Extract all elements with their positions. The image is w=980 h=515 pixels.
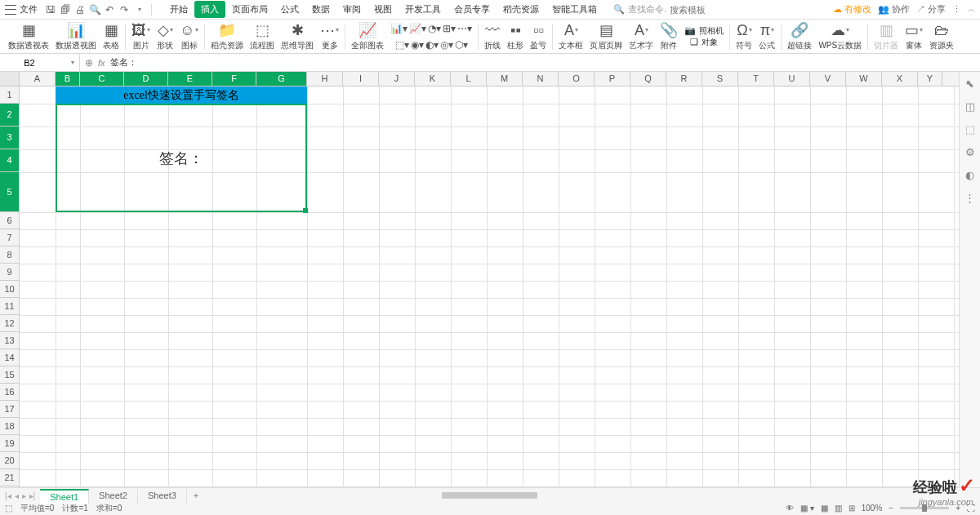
- form-button[interactable]: ▭▾窗体: [902, 21, 926, 51]
- col-E[interactable]: E: [168, 72, 212, 86]
- undo-icon[interactable]: ↶: [103, 3, 116, 16]
- sheet-tab-3[interactable]: Sheet3: [138, 489, 187, 504]
- sheet-add-button[interactable]: +: [187, 489, 205, 504]
- picture-button[interactable]: 🖼▾图片: [128, 21, 154, 51]
- search-box[interactable]: 🔍 查找命令.: [613, 3, 735, 16]
- name-box-dropdown-icon[interactable]: ▾: [71, 59, 74, 66]
- col-D[interactable]: D: [124, 72, 168, 86]
- row-7[interactable]: 7: [0, 229, 19, 246]
- side-more-icon[interactable]: ⋮: [964, 191, 977, 204]
- cells-area[interactable]: excel快速设置手写签名 签名：: [20, 87, 959, 494]
- col-G[interactable]: G: [256, 72, 307, 86]
- textbox-button[interactable]: A▾文本框: [555, 21, 586, 51]
- chart-types-group[interactable]: 📊▾📈▾◔▾⊞▾⋯▾ ⬚▾◉▾◐▾◎▾⬡▾: [387, 21, 475, 51]
- cloud-data-button[interactable]: ☁▾WPS云数据: [815, 21, 865, 51]
- changes-indicator[interactable]: ☁ 有修改: [833, 3, 871, 16]
- row-21[interactable]: 21: [0, 469, 19, 486]
- preview-icon[interactable]: 🔍: [88, 3, 101, 16]
- tab-layout[interactable]: 页面布局: [225, 1, 274, 18]
- col-V[interactable]: V: [810, 72, 846, 86]
- side-style-icon[interactable]: ◫: [964, 100, 977, 113]
- more-icon[interactable]: ⋮: [952, 4, 961, 15]
- row-9[interactable]: 9: [0, 264, 19, 281]
- row-2[interactable]: 2: [0, 104, 19, 127]
- col-W[interactable]: W: [846, 72, 882, 86]
- tab-start[interactable]: 开始: [163, 1, 194, 18]
- zoom-out-icon[interactable]: −: [889, 504, 893, 513]
- col-B[interactable]: B: [56, 72, 80, 86]
- side-select-icon[interactable]: ⬉: [964, 77, 977, 90]
- side-backup-icon[interactable]: ◐: [964, 168, 977, 181]
- sheet-last-icon[interactable]: ▸|: [29, 491, 36, 500]
- col-R[interactable]: R: [666, 72, 702, 86]
- zoom-slider[interactable]: [900, 507, 949, 509]
- name-box-input[interactable]: [5, 58, 54, 68]
- col-F[interactable]: F: [212, 72, 256, 86]
- equation-button[interactable]: π▾公式: [755, 21, 778, 51]
- pivot-table-button[interactable]: ▦数据透视表: [5, 21, 52, 51]
- header-footer-button[interactable]: ▤页眉页脚: [586, 21, 626, 51]
- file-menu[interactable]: 文件: [20, 3, 38, 16]
- col-H[interactable]: H: [307, 72, 343, 86]
- col-I[interactable]: I: [343, 72, 379, 86]
- shapes-button[interactable]: ◇▾形状: [154, 21, 176, 51]
- row-16[interactable]: 16: [0, 384, 19, 401]
- sparkline-column-button[interactable]: ▪▪柱形: [504, 21, 527, 51]
- qat-dropdown-icon[interactable]: ▾: [133, 3, 146, 16]
- select-all-corner[interactable]: [0, 72, 20, 86]
- tab-resources[interactable]: 稻壳资源: [497, 1, 546, 18]
- view-break-icon[interactable]: ⊞: [849, 504, 855, 513]
- attachment-button[interactable]: 📎附件: [657, 21, 681, 51]
- flowchart-button[interactable]: ⬚流程图: [247, 21, 278, 51]
- col-X[interactable]: X: [882, 72, 918, 86]
- fill-handle[interactable]: [303, 208, 308, 213]
- collab-button[interactable]: 👥 协作: [878, 3, 910, 16]
- col-T[interactable]: T: [738, 72, 774, 86]
- side-settings-icon[interactable]: ⚙: [964, 145, 977, 158]
- more-button[interactable]: ⋯▾更多: [317, 21, 342, 51]
- row-5[interactable]: 5: [0, 172, 19, 212]
- tab-formula[interactable]: 公式: [274, 1, 305, 18]
- wordart-button[interactable]: A▾艺术字: [626, 21, 657, 51]
- name-box[interactable]: ▾: [0, 54, 80, 71]
- print-icon[interactable]: 🖨: [74, 3, 87, 16]
- pivot-chart-button[interactable]: 📊数据透视图: [52, 21, 100, 51]
- fx-icon[interactable]: fx: [98, 58, 105, 68]
- h-scrollbar[interactable]: [221, 492, 956, 500]
- tab-view[interactable]: 视图: [368, 1, 399, 18]
- col-N[interactable]: N: [523, 72, 559, 86]
- col-Q[interactable]: Q: [630, 72, 666, 86]
- collapse-ribbon-icon[interactable]: ︿: [968, 4, 975, 15]
- row-18[interactable]: 18: [0, 418, 19, 435]
- tab-dev[interactable]: 开发工具: [399, 1, 448, 18]
- camera-object-group[interactable]: 📷照相机 ❑对象: [681, 21, 727, 51]
- status-mode-icon[interactable]: ⬚: [5, 504, 12, 513]
- symbol-button[interactable]: Ω▾符号: [733, 21, 755, 51]
- tab-tools[interactable]: 智能工具箱: [546, 1, 604, 18]
- signature-merged-cell[interactable]: 签名：: [56, 104, 307, 212]
- view-icon-1[interactable]: 👁: [786, 504, 794, 513]
- table-button[interactable]: ▦表格: [100, 21, 122, 51]
- row-1[interactable]: 1: [0, 87, 19, 104]
- row-12[interactable]: 12: [0, 315, 19, 332]
- title-merged-cell[interactable]: excel快速设置手写签名: [56, 87, 307, 104]
- tab-member[interactable]: 会员专享: [448, 1, 497, 18]
- mindmap-button[interactable]: ✱思维导图: [278, 21, 317, 51]
- row-20[interactable]: 20: [0, 452, 19, 469]
- row-6[interactable]: 6: [0, 212, 19, 229]
- row-15[interactable]: 15: [0, 366, 19, 384]
- tab-insert[interactable]: 插入: [194, 1, 225, 18]
- resource-button[interactable]: 🗁资源夹: [926, 21, 957, 51]
- col-Y[interactable]: Y: [918, 72, 942, 86]
- formula-input[interactable]: 签名：: [110, 56, 975, 69]
- sheet-first-icon[interactable]: |◂: [5, 491, 11, 500]
- side-filter-icon[interactable]: ⬚: [964, 122, 977, 135]
- col-S[interactable]: S: [702, 72, 738, 86]
- redo-icon[interactable]: ↷: [118, 3, 131, 16]
- col-M[interactable]: M: [487, 72, 523, 86]
- sheet-next-icon[interactable]: ▸: [22, 491, 26, 500]
- row-4[interactable]: 4: [0, 149, 19, 172]
- col-O[interactable]: O: [559, 72, 595, 86]
- sheet-prev-icon[interactable]: ◂: [15, 491, 19, 500]
- row-11[interactable]: 11: [0, 298, 19, 315]
